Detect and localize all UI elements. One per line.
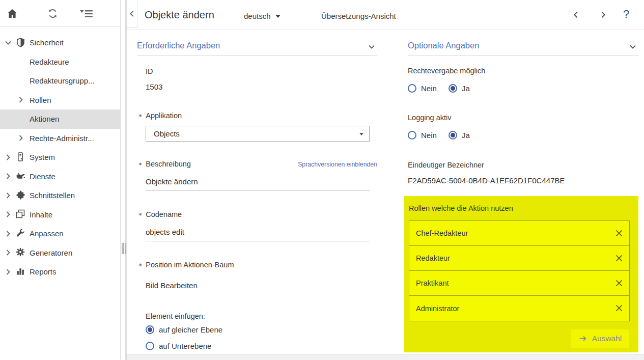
sprachversionen-link[interactable]: Sprachversionen einblenden [298,161,377,168]
rechtevergabe-radio-nein[interactable]: Nein [408,84,437,93]
sidebar-item-label: Redakteure [30,58,69,66]
chevron-right-icon[interactable] [4,172,12,180]
codename-input[interactable]: objects edit [146,228,370,241]
rechtevergabe-radio-ja[interactable]: Ja [449,84,470,93]
sidebar-item-label: Generatoren [30,248,72,257]
sidebar-resize-handle[interactable] [121,0,126,360]
refresh-icon[interactable] [47,8,60,20]
radio-label: Nein [421,131,437,140]
required-icon: ✶ [138,161,143,167]
chevron-right-icon[interactable] [4,153,12,161]
sidebar-item-dienste[interactable]: Dienste [0,167,120,186]
radio-unselected-icon[interactable] [146,342,154,350]
radio-option-unterebene[interactable]: auf Unterebene [146,342,211,350]
sidebar-item-redakteursgruppen[interactable]: Redakteursgrupp... [0,71,120,91]
beschreibung-value: Objekte ändern [146,177,198,186]
close-icon[interactable] [614,303,624,313]
sidebar-item-generatoren[interactable]: Generatoren [0,243,120,263]
chevron-right-icon[interactable] [4,248,12,257]
list-item-role[interactable]: Redakteur [409,246,629,271]
gear-icon [15,247,26,258]
menu-icon[interactable] [79,8,93,20]
chevron-right-icon[interactable] [4,191,12,200]
id-value: 1503 [146,82,162,91]
radio-selected-icon[interactable] [449,84,457,93]
sidebar-item-rechte-administration[interactable]: Rechte-Administr... [0,129,120,148]
radio-selected-icon[interactable] [449,131,457,140]
list-item-role[interactable]: Administrator [409,296,629,321]
chevron-right-icon[interactable] [4,268,12,276]
auswahl-button-label: Auswahl [592,334,622,343]
sidebar-item-label: Aktionen [30,115,59,123]
chevron-down-icon[interactable] [367,42,376,51]
section-title: Erforderliche Angaben [137,41,220,50]
radio-option-gleiche-ebene[interactable]: auf gleicher Ebene [146,325,222,334]
sidebar-item-label: Redakteursgrupp... [30,76,95,85]
element-einfuegen-label: Element einfügen: [146,312,205,320]
section-title: Optionale Angaben [408,41,479,50]
pages-icon [15,209,26,220]
sidebar-item-inhalte[interactable]: Inhalte [0,205,120,225]
horizontal-scrollbar-track[interactable] [127,354,644,360]
chevron-right-icon[interactable] [4,230,12,238]
sidebar: Sicherheit Redakteure Redakteursgrupp...… [0,0,121,360]
required-icon: ✶ [138,262,143,268]
roles-panel-label: Rollen welche die Aktion nutzen [409,204,513,212]
close-icon[interactable] [614,228,624,238]
collapse-panel-button[interactable] [127,0,137,28]
beschreibung-input[interactable]: Objekte ändern [146,177,370,191]
radio-unselected-icon[interactable] [408,84,416,93]
radio-label: Nein [421,84,437,93]
sidebar-item-label: Rechte-Administr... [30,134,94,143]
sidebar-item-aktionen[interactable]: Aktionen [0,109,120,129]
applikation-select[interactable]: Objects [146,126,370,142]
chevron-right-icon[interactable] [4,210,12,218]
arrow-right-icon [578,334,587,343]
close-icon[interactable] [614,253,624,263]
bezeichner-value: F2AD59AC-5004-0B4D-A1EF62D1F0C447BE [408,176,565,185]
sidebar-item-system[interactable]: System [0,148,120,167]
sidebar-item-anpassen[interactable]: Anpassen [0,224,120,243]
radio-label: auf gleicher Ebene [159,325,222,334]
home-icon[interactable] [6,8,19,20]
codename-value: objects edit [146,228,184,236]
chevron-down-icon[interactable] [4,39,12,47]
beschreibung-label: ✶Beschreibung [138,160,191,168]
required-section: Erforderliche Angaben ID 1503 ✶Applikati… [137,0,377,360]
logging-radio-nein[interactable]: Nein [408,131,437,140]
roles-list: Chef-Redakteur Redakteur Praktikant Admi… [409,220,630,321]
sidebar-item-label: Reports [30,267,57,276]
chevron-right-icon[interactable] [17,96,25,104]
radio-unselected-icon[interactable] [408,131,416,140]
puzzle-icon [15,190,26,201]
radio-selected-icon[interactable] [146,325,154,334]
auswahl-button[interactable]: Auswahl [571,329,629,348]
section-header-required[interactable]: Erforderliche Angaben [137,41,377,56]
sidebar-item-sicherheit[interactable]: Sicherheit [0,33,120,52]
rechtevergabe-label: Rechtevergabe möglich [408,67,485,75]
required-icon: ✶ [138,211,143,217]
wrench-icon [15,228,26,239]
list-item-role[interactable]: Praktikant [409,271,629,296]
sidebar-item-redakteure[interactable]: Redakteure [0,52,120,72]
sidebar-nav: Sicherheit Redakteure Redakteursgrupp...… [0,26,120,282]
radio-label: Ja [462,131,470,140]
position-label-text: Position im Aktionen-Baum [146,261,234,269]
logging-radio-ja[interactable]: Ja [449,131,470,140]
sidebar-item-label: System [30,153,55,161]
chevron-right-icon[interactable] [17,134,25,142]
bezeichner-label: Eindeutiger Bezeichner [408,161,484,169]
sidebar-item-schnittstellen[interactable]: Schnittstellen [0,186,120,205]
radio-label: auf Unterebene [159,342,211,350]
close-icon[interactable] [614,278,624,288]
logging-label: Logging aktiv [408,114,451,122]
optional-section: Optionale Angaben Rechtevergabe möglich … [408,0,638,360]
sidebar-item-rollen[interactable]: Rollen [0,91,120,110]
chevron-down-icon [359,133,363,135]
sidebar-item-label: Inhalte [30,210,52,219]
list-item-role[interactable]: Chef-Redakteur [409,221,629,246]
sidebar-item-reports[interactable]: Reports [0,262,120,282]
chevron-down-icon[interactable] [628,42,637,51]
section-header-optional[interactable]: Optionale Angaben [408,41,638,56]
roles-highlight-panel: Rollen welche die Aktion nutzen Chef-Red… [404,196,638,352]
